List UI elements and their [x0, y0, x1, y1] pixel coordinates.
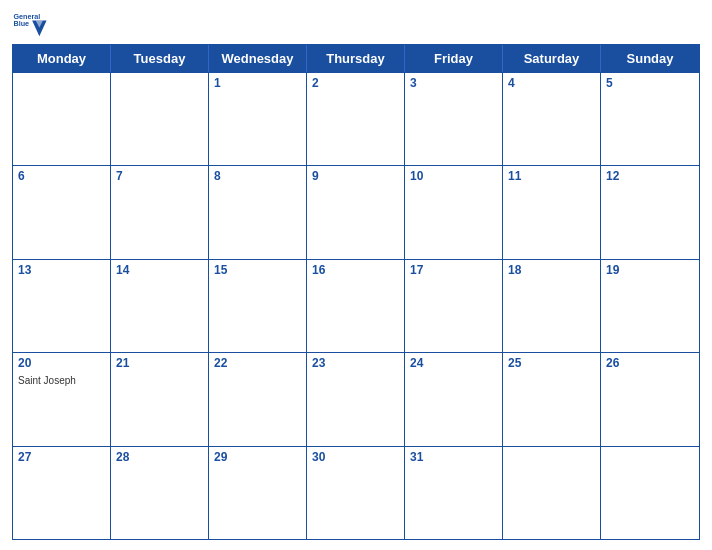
calendar-cell: 23: [307, 353, 405, 445]
day-number: 26: [606, 356, 694, 370]
calendar-cell: 13: [13, 260, 111, 352]
calendar-grid: MondayTuesdayWednesdayThursdayFridaySatu…: [12, 44, 700, 540]
calendar-cell: 2: [307, 73, 405, 165]
page-header: General Blue: [12, 10, 700, 38]
calendar-cell: [503, 447, 601, 539]
calendar-cell: 31: [405, 447, 503, 539]
calendar-cell: 30: [307, 447, 405, 539]
calendar-cell: 6: [13, 166, 111, 258]
day-number: 14: [116, 263, 203, 277]
day-number: 28: [116, 450, 203, 464]
day-number: 13: [18, 263, 105, 277]
svg-text:Blue: Blue: [13, 19, 29, 28]
calendar-cell: 11: [503, 166, 601, 258]
day-number: 7: [116, 169, 203, 183]
calendar-cell: [13, 73, 111, 165]
calendar-cell: 9: [307, 166, 405, 258]
calendar-cell: 20Saint Joseph: [13, 353, 111, 445]
day-number: 29: [214, 450, 301, 464]
day-number: 19: [606, 263, 694, 277]
day-number: 27: [18, 450, 105, 464]
weekday-header-wednesday: Wednesday: [209, 45, 307, 72]
weekday-header-tuesday: Tuesday: [111, 45, 209, 72]
calendar-week-3: 13141516171819: [13, 259, 699, 352]
calendar-cell: 12: [601, 166, 699, 258]
day-number: 24: [410, 356, 497, 370]
day-event: Saint Joseph: [18, 375, 76, 386]
calendar-cell: 18: [503, 260, 601, 352]
day-number: 16: [312, 263, 399, 277]
calendar-body: 1234567891011121314151617181920Saint Jos…: [13, 72, 699, 539]
day-number: 9: [312, 169, 399, 183]
day-number: 3: [410, 76, 497, 90]
calendar-cell: 1: [209, 73, 307, 165]
calendar-cell: 3: [405, 73, 503, 165]
calendar-cell: 19: [601, 260, 699, 352]
day-number: 15: [214, 263, 301, 277]
day-number: 2: [312, 76, 399, 90]
weekday-header-saturday: Saturday: [503, 45, 601, 72]
calendar-cell: 14: [111, 260, 209, 352]
calendar-cell: 17: [405, 260, 503, 352]
weekday-header-monday: Monday: [13, 45, 111, 72]
day-number: 4: [508, 76, 595, 90]
calendar-cell: 10: [405, 166, 503, 258]
calendar-cell: 27: [13, 447, 111, 539]
calendar-cell: 29: [209, 447, 307, 539]
day-number: 25: [508, 356, 595, 370]
calendar-cell: 8: [209, 166, 307, 258]
day-number: 30: [312, 450, 399, 464]
day-number: 18: [508, 263, 595, 277]
day-number: 11: [508, 169, 595, 183]
day-number: 12: [606, 169, 694, 183]
day-number: 22: [214, 356, 301, 370]
calendar-cell: 26: [601, 353, 699, 445]
calendar-week-5: 2728293031: [13, 446, 699, 539]
day-number: 20: [18, 356, 105, 370]
weekday-header-sunday: Sunday: [601, 45, 699, 72]
day-number: 10: [410, 169, 497, 183]
calendar-cell: 22: [209, 353, 307, 445]
calendar-cell: 5: [601, 73, 699, 165]
day-number: 8: [214, 169, 301, 183]
calendar-week-4: 20Saint Joseph212223242526: [13, 352, 699, 445]
day-number: 23: [312, 356, 399, 370]
day-number: 17: [410, 263, 497, 277]
calendar-cell: 16: [307, 260, 405, 352]
day-number: 5: [606, 76, 694, 90]
weekday-header-friday: Friday: [405, 45, 503, 72]
calendar-cell: 28: [111, 447, 209, 539]
logo-icon: General Blue: [12, 10, 48, 38]
calendar-week-1: 12345: [13, 72, 699, 165]
calendar-header: MondayTuesdayWednesdayThursdayFridaySatu…: [13, 45, 699, 72]
calendar-cell: [601, 447, 699, 539]
day-number: 21: [116, 356, 203, 370]
calendar-cell: 4: [503, 73, 601, 165]
day-number: 6: [18, 169, 105, 183]
calendar-cell: 21: [111, 353, 209, 445]
calendar-page: General Blue MondayTuesdayWednesdayThurs…: [0, 0, 712, 550]
logo: General Blue: [12, 10, 48, 38]
calendar-cell: [111, 73, 209, 165]
calendar-cell: 25: [503, 353, 601, 445]
day-number: 31: [410, 450, 497, 464]
calendar-cell: 7: [111, 166, 209, 258]
day-number: 1: [214, 76, 301, 90]
calendar-cell: 15: [209, 260, 307, 352]
calendar-week-2: 6789101112: [13, 165, 699, 258]
calendar-cell: 24: [405, 353, 503, 445]
weekday-header-thursday: Thursday: [307, 45, 405, 72]
